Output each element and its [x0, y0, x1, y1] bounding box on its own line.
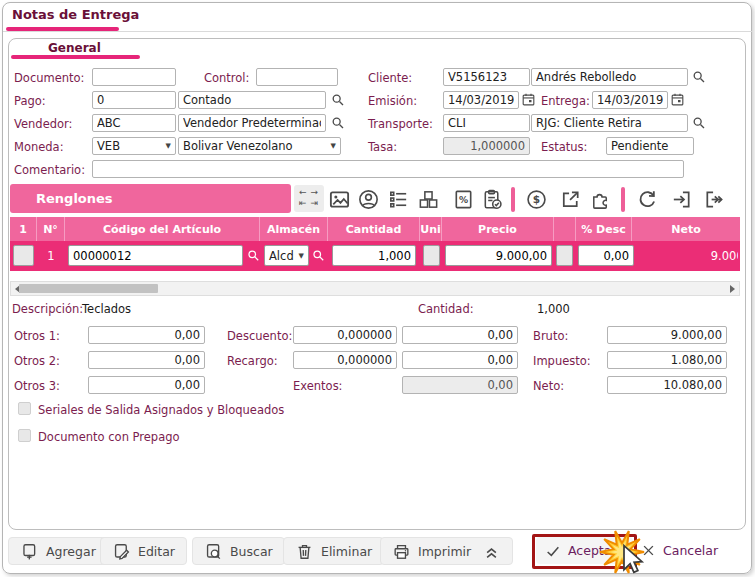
uni-button[interactable] [423, 245, 440, 266]
cliente-label: Cliente: [368, 71, 412, 85]
descripcion-value: Teclados [82, 302, 131, 316]
first-last-arrows-icon[interactable]: ⇤ ⇥ [294, 198, 324, 209]
emision-input[interactable] [443, 91, 519, 109]
scroll-right-arrow[interactable] [730, 285, 735, 293]
otros3-input[interactable] [88, 376, 205, 394]
grid-hscrollbar[interactable] [10, 281, 740, 296]
articulo-search-icon[interactable] [246, 248, 261, 263]
chevron-down-icon: ▼ [299, 252, 304, 260]
otros1-label: Otros 1: [14, 329, 60, 343]
descuento-monto-input[interactable] [402, 326, 518, 344]
otros1-input[interactable] [88, 326, 205, 344]
imprimir-button[interactable]: Imprimir [380, 537, 513, 565]
pago-code-input[interactable] [92, 91, 176, 109]
vendedor-search-icon[interactable] [330, 115, 346, 131]
almacen-select[interactable]: Alcd▼ [264, 245, 309, 266]
percent-document-icon[interactable] [452, 188, 475, 211]
almacen-search-icon[interactable] [311, 248, 326, 263]
renglones-section-title: Renglones [10, 184, 291, 213]
pago-search-icon[interactable] [330, 92, 346, 108]
row-navigation-arrows[interactable]: ← → ⇤ ⇥ [294, 185, 324, 212]
neto-total-input[interactable] [607, 376, 727, 394]
external-link-icon[interactable] [559, 188, 582, 211]
plugin-icon[interactable] [589, 188, 612, 211]
image-icon[interactable] [328, 188, 351, 211]
extra-button[interactable] [556, 245, 573, 266]
moneda-code-value: VEB [97, 139, 120, 153]
refresh-icon[interactable] [636, 188, 659, 211]
chevron-down-icon: ▼ [331, 142, 336, 150]
desc-pct-input[interactable] [578, 245, 634, 266]
agregar-button[interactable]: Agregar [8, 537, 108, 565]
cliente-name-input[interactable] [531, 68, 688, 86]
scroll-thumb[interactable] [19, 284, 158, 293]
codigo-articulo-input[interactable] [68, 245, 243, 266]
emision-label: Emisión: [368, 94, 417, 108]
bruto-label: Bruto: [533, 329, 568, 343]
control-input[interactable] [256, 68, 338, 86]
prev-next-arrows-icon[interactable]: ← → [294, 187, 324, 198]
vendedor-name-input[interactable] [178, 114, 326, 132]
transporte-search-icon[interactable] [691, 115, 707, 131]
toolbar-divider [621, 187, 625, 212]
prepago-checkbox-label: Documento con Prepago [38, 430, 180, 444]
clipboard-check-icon[interactable] [481, 188, 504, 211]
item-list-icon[interactable] [387, 188, 410, 211]
packages-icon[interactable] [417, 188, 440, 211]
emision-calendar-icon[interactable] [521, 92, 536, 107]
cantidad-input[interactable] [332, 245, 416, 266]
currency-dollar-icon[interactable] [525, 188, 548, 211]
tab-general[interactable]: General [48, 41, 101, 55]
eliminar-button[interactable]: Eliminar [283, 537, 384, 565]
trash-icon [295, 542, 314, 561]
import-icon[interactable] [670, 188, 693, 211]
documento-input[interactable] [92, 68, 176, 86]
moneda-code-select[interactable]: VEB▼ [92, 137, 176, 155]
descuento-label: Descuento: [227, 329, 292, 343]
otros2-input[interactable] [88, 351, 205, 369]
cancelar-button[interactable]: Cancelar [641, 537, 718, 564]
moneda-name-select[interactable]: Bolivar Venezolano▼ [178, 137, 341, 155]
cliente-code-input[interactable] [443, 68, 530, 86]
recargo-monto-input[interactable] [402, 351, 518, 369]
otros3-label: Otros 3: [14, 379, 60, 393]
cliente-search-icon[interactable] [691, 69, 707, 85]
transporte-code-input[interactable] [443, 114, 530, 132]
prepago-checkbox[interactable] [18, 429, 31, 442]
entrega-calendar-icon[interactable] [670, 92, 685, 107]
entrega-input[interactable] [592, 91, 668, 109]
vendedor-code-input[interactable] [92, 114, 176, 132]
descuento-pct-input[interactable] [293, 326, 397, 344]
editar-button[interactable]: Editar [100, 537, 187, 565]
otros2-label: Otros 2: [14, 354, 60, 368]
col-num: N° [37, 217, 65, 241]
pago-name-input[interactable] [178, 91, 326, 109]
seriales-checkbox[interactable] [18, 402, 31, 415]
recargo-pct-input[interactable] [293, 351, 397, 369]
impuesto-input[interactable] [607, 351, 727, 369]
row-number: 1 [37, 241, 65, 271]
buscar-label: Buscar [230, 544, 273, 559]
detalle-cantidad-value: 1,000 [537, 302, 570, 316]
documento-label: Documento: [14, 71, 85, 85]
printer-icon [392, 542, 411, 561]
col-precio: Precio [442, 217, 554, 241]
agregar-label: Agregar [46, 544, 96, 559]
eliminar-label: Eliminar [321, 544, 372, 559]
entrega-label: Entrega: [541, 94, 590, 108]
row-selector-button[interactable] [13, 245, 34, 266]
buscar-button[interactable]: Buscar [192, 537, 285, 565]
col-codigo: Código del Artículo [65, 217, 260, 241]
bruto-input[interactable] [607, 326, 727, 344]
chevron-double-up-icon[interactable] [482, 542, 501, 561]
transporte-name-input[interactable] [531, 114, 688, 132]
comentario-input[interactable] [92, 160, 684, 178]
transporte-label: Transporte: [368, 117, 433, 131]
cancelar-label: Cancelar [663, 543, 718, 558]
moneda-name-value: Bolivar Venezolano [183, 139, 293, 153]
user-icon[interactable] [357, 188, 380, 211]
precio-input[interactable] [445, 245, 552, 266]
export-icon[interactable] [703, 188, 726, 211]
detalle-cantidad-label: Cantidad: [418, 302, 474, 316]
estatus-input[interactable] [606, 137, 694, 155]
